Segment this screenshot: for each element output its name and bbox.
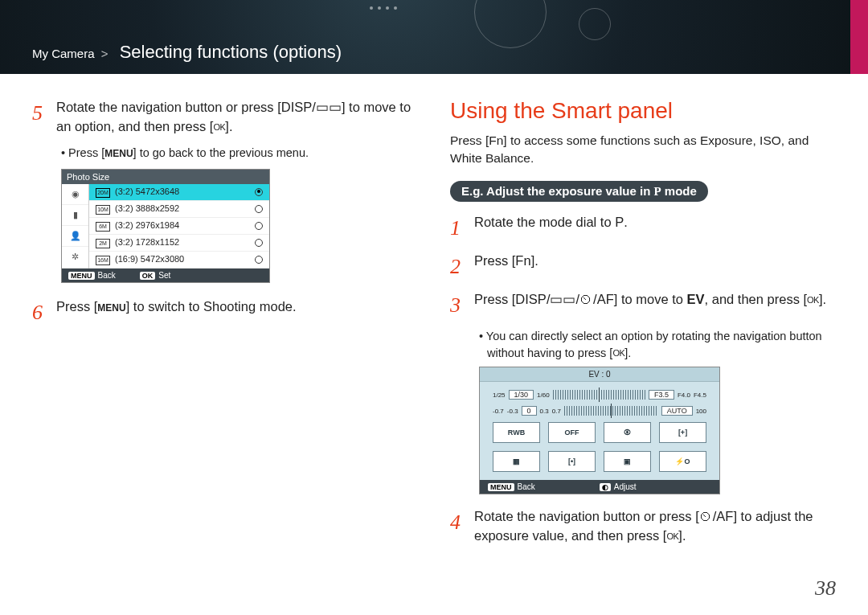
smart-panel-ev: EV : 0 <box>480 367 719 382</box>
gear-icon[interactable]: ✲ <box>62 247 88 268</box>
step-3-sub: You can directly select an option by rot… <box>479 328 836 362</box>
step-1: 1 Rotate the mode dial to P. <box>450 213 836 244</box>
step-number: 4 <box>450 507 465 546</box>
radio-icon <box>255 239 263 247</box>
breadcrumb-root: My Camera <box>32 47 95 60</box>
off-cell[interactable]: OFF <box>548 422 596 443</box>
right-column: Using the Smart panel Press [Fn] to acce… <box>450 98 836 554</box>
af-key: AF <box>716 509 733 523</box>
timer-icon: ⏲ <box>699 509 713 523</box>
breadcrumb: My Camera > Selecting functions (options… <box>32 42 342 63</box>
menu-key-tag: MENU <box>488 483 514 491</box>
ok-key: OK <box>807 295 819 305</box>
step-2: 2 Press [Fn]. <box>450 252 836 282</box>
focus-area-cell[interactable]: [+] <box>659 422 706 443</box>
menu-key: MENU <box>104 148 133 159</box>
dial-icon: ◐ <box>600 483 611 491</box>
burst-drive-icon: ▭▭ <box>550 292 575 306</box>
center-cell[interactable]: [•] <box>548 451 596 472</box>
radio-icon <box>255 205 263 213</box>
mode-p: P <box>654 185 661 198</box>
ev-iso-scale: -0.7 -0.3 0 0.3 0.7 AUTO 100 <box>493 406 706 416</box>
video-icon[interactable]: ▮ <box>62 205 88 226</box>
section-intro: Press [Fn] to access some functions such… <box>450 132 836 166</box>
step-5: 5 Rotate the navigation button or press … <box>32 98 418 137</box>
ok-key: OK <box>612 348 624 358</box>
timer-icon: ⏲ <box>579 292 593 306</box>
ev-label: EV <box>687 292 705 306</box>
mode-p: P <box>615 215 624 229</box>
radio-icon <box>255 222 263 230</box>
grid-cell[interactable]: ▦ <box>493 451 540 472</box>
user-icon[interactable]: 👤 <box>62 226 88 247</box>
step-number: 5 <box>32 98 47 137</box>
smart-panel-footer: MENUBack ◐Adjust <box>480 480 719 494</box>
step-number: 3 <box>450 290 465 321</box>
burst-drive-icon: ▭▭ <box>316 100 342 114</box>
section-heading: Using the Smart panel <box>450 98 836 124</box>
left-column: 5 Rotate the navigation button or press … <box>32 98 418 554</box>
fn-key: Fn <box>489 133 503 147</box>
page-number: 38 <box>815 576 836 601</box>
step-number: 2 <box>450 252 465 282</box>
decorative-dots <box>370 6 397 10</box>
camera-icon[interactable]: ◉ <box>62 184 88 205</box>
step-6: 6 Press [MENU] to switch to Shooting mod… <box>32 297 418 328</box>
metering-cell[interactable]: ⦿ <box>604 422 651 443</box>
photo-size-rows: 20M(3:2) 5472x3648 10M(3:2) 3888x2592 6M… <box>89 184 269 269</box>
step-text: Press [MENU] to switch to Shooting mode. <box>56 297 297 328</box>
photo-size-panel: Photo Size ◉ ▮ 👤 ✲ 20M(3:2) 5472x3648 10… <box>61 169 270 283</box>
frame-cell[interactable]: ▣ <box>604 451 651 472</box>
step-number: 1 <box>450 213 465 244</box>
accent-bar <box>850 0 868 74</box>
aperture-value[interactable]: F3.5 <box>649 390 674 400</box>
page-header-banner: My Camera > Selecting functions (options… <box>0 0 868 74</box>
step-3: 3 Press [DISP/▭▭/⏲/AF] to move to EV, an… <box>450 290 836 321</box>
af-key: AF <box>597 292 614 306</box>
ok-key-tag: OK <box>140 272 156 280</box>
photo-size-row[interactable]: 20M(3:2) 5472x3648 <box>89 184 269 201</box>
smart-panel-grid: RWB OFF ⦿ [+] ▦ [•] ▣ ⚡O <box>493 422 706 472</box>
disp-key: DISP <box>281 100 313 114</box>
step-5-bullet: Press [MENU] to go back to the previous … <box>61 145 418 162</box>
decorative-ring <box>579 8 611 40</box>
photo-size-title: Photo Size <box>62 170 269 184</box>
radio-icon <box>255 256 263 264</box>
wb-cell[interactable]: RWB <box>493 422 540 443</box>
ev-value[interactable]: 0 <box>522 406 537 416</box>
step-4: 4 Rotate the navigation button or press … <box>450 507 836 546</box>
shutter-value[interactable]: 1/30 <box>509 390 534 400</box>
photo-size-footer: MENUBack OKSet <box>62 269 269 282</box>
photo-size-row[interactable]: 2M(3:2) 1728x1152 <box>89 235 269 252</box>
breadcrumb-section: Selecting functions (options) <box>120 42 342 62</box>
iso-value[interactable]: AUTO <box>661 406 693 416</box>
ok-key: OK <box>666 531 678 541</box>
radio-selected-icon <box>255 188 263 196</box>
photo-size-row[interactable]: 6M(3:2) 2976x1984 <box>89 218 269 235</box>
smart-panel: EV : 0 1/25 1/30 1/60 F3.5 F4.0 F4.5 -0.… <box>479 367 720 494</box>
shutter-aperture-scale: 1/25 1/30 1/60 F3.5 F4.0 F4.5 <box>493 390 706 400</box>
example-pill: E.g. Adjust the exposure value in P mode <box>450 181 708 202</box>
disp-key: DISP <box>515 292 547 306</box>
photo-size-row[interactable]: 10M(3:2) 3888x2592 <box>89 201 269 218</box>
fn-key: Fn <box>515 253 530 268</box>
photo-size-side-tabs: ◉ ▮ 👤 ✲ <box>62 184 89 269</box>
flash-cell[interactable]: ⚡O <box>659 451 706 472</box>
decorative-ring <box>474 0 547 48</box>
menu-key-tag: MENU <box>68 272 95 280</box>
ok-key: OK <box>213 122 225 132</box>
step-number: 6 <box>32 297 47 328</box>
step-text: Rotate the navigation button or press [D… <box>56 98 418 137</box>
menu-key: MENU <box>97 302 125 314</box>
photo-size-row[interactable]: 16M(16:9) 5472x3080 <box>89 252 269 269</box>
chevron-right-icon: > <box>101 47 108 60</box>
